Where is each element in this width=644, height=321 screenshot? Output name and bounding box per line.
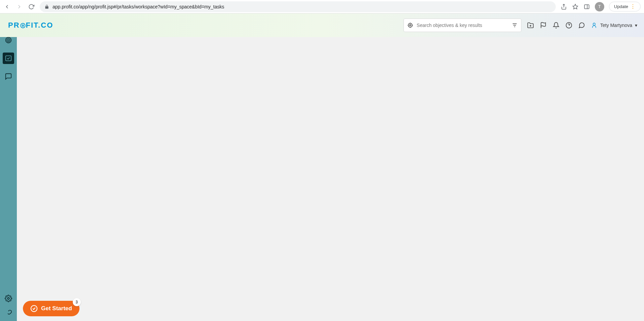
chat-icon[interactable] xyxy=(4,72,13,81)
user-icon xyxy=(591,22,598,29)
svg-point-8 xyxy=(7,297,9,299)
svg-marker-1 xyxy=(573,4,578,9)
get-started-badge: 3 xyxy=(73,298,81,306)
tasks-icon[interactable] xyxy=(3,53,14,64)
star-icon[interactable] xyxy=(572,3,579,10)
back-icon[interactable] xyxy=(3,3,11,10)
more-icon: ⋮ xyxy=(630,3,636,10)
bell-icon[interactable] xyxy=(552,22,560,29)
svg-point-11 xyxy=(408,23,412,27)
user-name: Tety Martynova xyxy=(600,23,632,28)
get-started-button[interactable]: Get Started 3 xyxy=(23,301,79,316)
filter-icon[interactable] xyxy=(512,22,518,28)
reload-icon[interactable] xyxy=(28,3,35,10)
target-search-icon xyxy=(407,22,413,28)
url-text: app.profit.co/app/ng/profit.jsp#/pr/task… xyxy=(53,4,224,9)
settings-icon[interactable] xyxy=(4,294,13,303)
app-header: PRFIT.CO Tety Martynova ▾ xyxy=(0,13,644,37)
svg-point-9 xyxy=(21,23,25,28)
svg-rect-2 xyxy=(584,5,589,9)
help-icon[interactable] xyxy=(565,22,573,29)
logo[interactable]: PRFIT.CO xyxy=(8,21,53,30)
comment-icon[interactable] xyxy=(578,22,585,29)
svg-point-25 xyxy=(593,23,595,25)
chevron-down-icon: ▾ xyxy=(635,23,637,28)
browser-right: T Update⋮ xyxy=(560,2,641,11)
search-input[interactable] xyxy=(417,23,508,28)
svg-point-6 xyxy=(8,40,9,40)
left-rail: › xyxy=(0,13,17,321)
link-icon[interactable] xyxy=(4,309,13,318)
svg-point-12 xyxy=(410,25,411,26)
url-bar[interactable]: app.profit.co/app/ng/profit.jsp#/pr/task… xyxy=(40,1,556,12)
search-box[interactable] xyxy=(404,19,521,32)
browser-avatar[interactable]: T xyxy=(595,2,604,11)
user-menu[interactable]: Tety Martynova ▾ xyxy=(591,22,637,29)
share-icon[interactable] xyxy=(560,3,567,10)
svg-rect-7 xyxy=(6,56,11,61)
lock-icon xyxy=(44,4,49,9)
folder-plus-icon[interactable] xyxy=(527,22,534,29)
panel-icon[interactable] xyxy=(583,3,590,10)
forward-icon[interactable] xyxy=(15,3,23,10)
update-button[interactable]: Update⋮ xyxy=(609,2,641,11)
check-circle-icon xyxy=(30,305,38,312)
svg-point-10 xyxy=(22,25,24,27)
browser-chrome: app.profit.co/app/ng/profit.jsp#/pr/task… xyxy=(0,0,644,13)
flag-icon[interactable] xyxy=(540,22,547,29)
